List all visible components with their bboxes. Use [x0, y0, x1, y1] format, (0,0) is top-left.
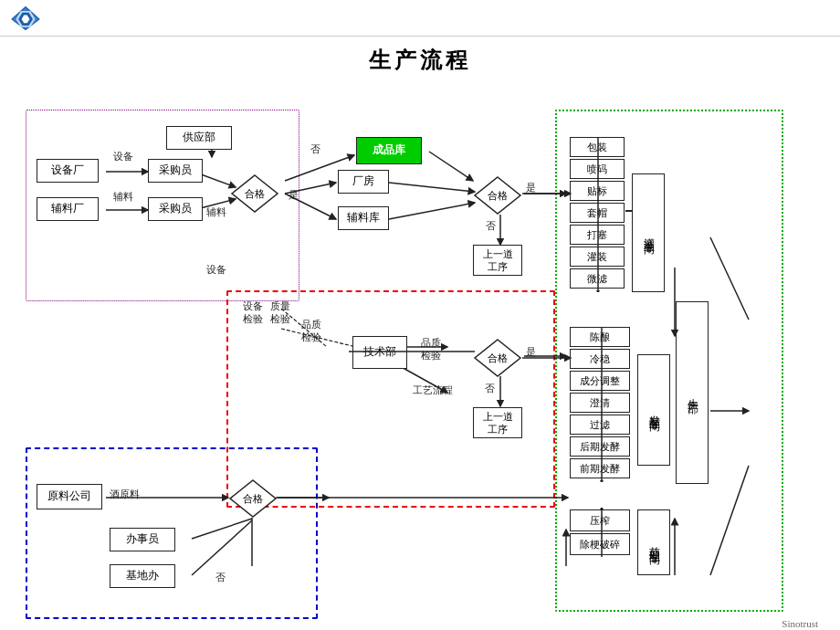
box-early-ferment: 前期发酵 [570, 458, 630, 478]
box-tech-dept: 技术部 [352, 336, 407, 369]
label-auxiliary2: 辅料 [206, 205, 226, 219]
label-no4: 否 [215, 571, 226, 584]
diamond-qualify3: 合格 [473, 338, 522, 378]
box-buyer1: 采购员 [148, 159, 203, 183]
footer-brand: Sinotrust [782, 618, 818, 629]
label-quality-check2: 品质检验 [298, 318, 325, 344]
footer: Sinotrust 第3页 [782, 618, 818, 630]
label-no1: 否 [310, 142, 320, 156]
header [0, 0, 840, 37]
box-aging: 陈酿 [570, 327, 630, 347]
logo-icon [9, 5, 42, 32]
label-yes2: 是 [526, 181, 536, 194]
diamond-qualify4: 合格 [228, 478, 278, 519]
label-yes1: 是 [289, 188, 299, 202]
label-no2: 否 [486, 219, 496, 233]
box-spray-code: 喷码 [570, 159, 625, 179]
box-prev-step2: 上一道工序 [473, 407, 522, 438]
box-office-staff: 办事员 [110, 528, 175, 551]
svg-line-13 [429, 152, 473, 181]
box-workshop: 厂房 [338, 170, 389, 194]
box-late-ferment: 后期发酵 [570, 436, 630, 457]
label-process-flow: 工艺流程 [413, 383, 453, 397]
box-preprocess-workshop: 前处理车间 [637, 509, 670, 575]
page-title: 生产流程 [0, 46, 840, 75]
box-filling: 灌装 [570, 247, 625, 267]
box-destem-crush: 除梗破碎 [570, 533, 630, 555]
box-micro-filter: 微滤 [570, 268, 625, 289]
box-production-dept: 生产部 [676, 301, 709, 484]
label-equip-check: 设备检验 [239, 299, 267, 326]
box-label: 贴标 [570, 181, 625, 201]
label-equipment2: 设备 [206, 263, 226, 277]
box-cap: 套帽 [570, 203, 625, 223]
label-raw-material: 酒原料 [110, 488, 140, 501]
box-ferment-workshop: 发酵车间 [637, 354, 670, 466]
svg-line-15 [389, 203, 475, 219]
main-area: 供应部 设备厂 辅料厂 采购员 采购员 设备 辅料 合格 是 否 辅料 [9, 82, 831, 630]
box-filling-workshop: 灌装车间 [632, 173, 665, 292]
diamond-qualify2: 合格 [473, 175, 522, 215]
label-no3: 否 [485, 382, 495, 395]
box-equipment-factory: 设备厂 [37, 159, 99, 183]
label-yes3: 是 [526, 345, 536, 359]
box-auxiliary-warehouse: 辅料库 [338, 206, 389, 230]
box-buyer2: 采购员 [148, 197, 203, 221]
label-equipment: 设备 [113, 150, 133, 163]
box-filter: 过滤 [570, 415, 630, 435]
box-component-adj: 成分调整 [570, 371, 630, 391]
box-press: 压榨 [570, 509, 630, 531]
svg-line-14 [389, 183, 475, 192]
box-auxiliary-factory: 辅料厂 [37, 197, 99, 221]
box-finished-warehouse: 成品库 [356, 137, 422, 164]
box-packaging: 包装 [570, 137, 625, 157]
box-prev-step1: 上一道工序 [473, 245, 522, 276]
box-base-office: 基地办 [110, 564, 175, 588]
label-auxiliary: 辅料 [113, 190, 133, 204]
box-rawmat-co: 原料公司 [37, 484, 102, 509]
box-supply-dept: 供应部 [166, 126, 232, 150]
label-quality-check-side: 质量检验 [267, 299, 294, 326]
box-clarify: 澄清 [570, 393, 630, 413]
box-plug: 打塞 [570, 225, 625, 245]
box-cold-stable: 冷稳 [570, 349, 630, 369]
label-quality-inspect: 品质检验 [413, 336, 449, 362]
diamond-qualify1: 合格 [230, 173, 279, 214]
